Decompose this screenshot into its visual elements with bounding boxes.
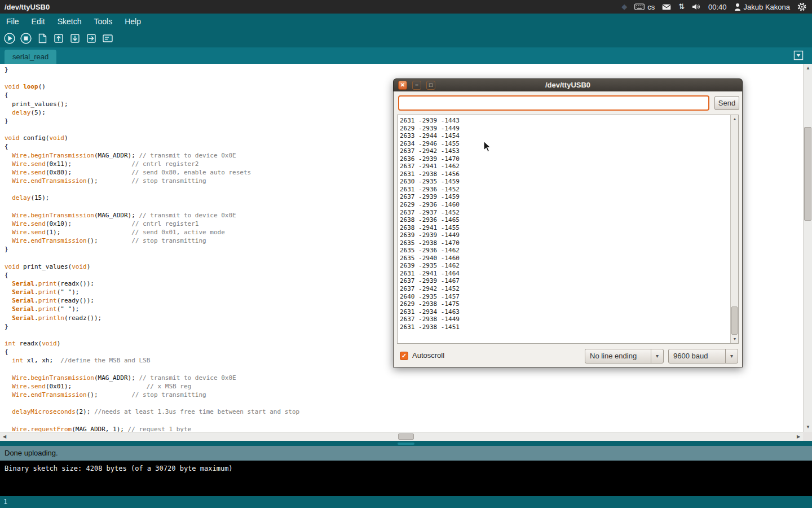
keyboard-layout-indicator[interactable]: cs bbox=[634, 0, 655, 14]
new-button[interactable] bbox=[36, 32, 49, 45]
scroll-up-arrow[interactable]: ▲ bbox=[804, 64, 812, 73]
tabbar: serial_read bbox=[0, 47, 812, 64]
status-bar: Done uploading. bbox=[0, 446, 812, 461]
close-icon: ✕ bbox=[400, 82, 405, 88]
serial-line: 2637 -2939 -1467 bbox=[400, 277, 729, 285]
new-sketch-icon bbox=[36, 32, 48, 45]
line-number: 1 bbox=[3, 498, 7, 506]
serial-line: 2630 -2935 -1459 bbox=[400, 178, 729, 186]
serial-monitor-window: /dev/ttyUSB0 ✕ – □ Send 2631 -2939 -1443… bbox=[393, 78, 743, 367]
chevron-down-icon: ▾ bbox=[725, 349, 738, 363]
serial-scroll-thumb[interactable] bbox=[731, 306, 738, 335]
menu-file[interactable]: File bbox=[0, 14, 25, 29]
top-panel: /dev/ttyUSB0 ◆ cs ⇅ 00:40 Jakub Kakona bbox=[0, 0, 812, 14]
stop-icon bbox=[20, 32, 32, 45]
serial-line: 2631 -2939 -1443 bbox=[400, 117, 729, 125]
scroll-right-arrow[interactable]: ▶ bbox=[794, 432, 803, 441]
volume-indicator[interactable] bbox=[692, 0, 701, 14]
serial-send-input[interactable] bbox=[398, 95, 709, 111]
user-menu[interactable]: Jakub Kakona bbox=[734, 0, 790, 14]
scrollbar-corner bbox=[803, 432, 812, 441]
menu-tools[interactable]: Tools bbox=[88, 14, 119, 29]
serial-line: 2637 -2941 -1462 bbox=[400, 163, 729, 170]
tab-menu-button[interactable] bbox=[793, 50, 804, 61]
minimize-button[interactable]: – bbox=[412, 81, 421, 90]
autoscroll-checkbox[interactable]: ✓ bbox=[400, 352, 408, 360]
tab-serial-read[interactable]: serial_read bbox=[5, 50, 56, 64]
serial-monitor-button[interactable] bbox=[101, 32, 114, 45]
open-icon bbox=[52, 32, 65, 45]
console-text: Binary sketch size: 4208 bytes (of a 307… bbox=[5, 465, 233, 472]
code-line: Wire.send(0x01); // x MSB reg bbox=[5, 382, 803, 391]
system-tray: ◆ cs ⇅ 00:40 Jakub Kakona bbox=[621, 0, 806, 14]
serial-line: 2631 -2936 -1452 bbox=[400, 186, 729, 194]
send-button[interactable]: Send bbox=[714, 96, 739, 110]
code-line: Wire.beginTransmission(MAG_ADDR); // tra… bbox=[5, 374, 803, 382]
line-ending-dropdown[interactable]: No line ending ▾ bbox=[585, 349, 664, 364]
serial-scroll-down-arrow[interactable]: ▼ bbox=[731, 335, 739, 343]
serial-line: 2637 -2942 -1453 bbox=[400, 147, 729, 155]
toolbar bbox=[0, 29, 812, 47]
serial-line: 2631 -2934 -1463 bbox=[400, 308, 729, 316]
divider-grip[interactable] bbox=[398, 443, 414, 445]
upload-button[interactable] bbox=[85, 32, 98, 45]
maximize-button[interactable]: □ bbox=[426, 81, 435, 90]
gear-icon bbox=[797, 2, 806, 11]
keyboard-layout-label: cs bbox=[647, 3, 655, 11]
cursor-icon bbox=[483, 141, 492, 153]
save-button[interactable] bbox=[68, 32, 82, 45]
clock[interactable]: 00:40 bbox=[708, 0, 727, 14]
code-line: Wire.requestFrom(MAG_ADDR, 1); // reques… bbox=[5, 425, 803, 432]
serial-window-titlebar[interactable]: /dev/ttyUSB0 ✕ – □ bbox=[393, 78, 743, 91]
chevron-down-icon: ▾ bbox=[651, 349, 663, 363]
stop-button[interactable] bbox=[19, 32, 33, 45]
menu-edit[interactable]: Edit bbox=[25, 14, 51, 29]
editor-vertical-scrollbar[interactable]: ▲ ▼ bbox=[803, 64, 812, 432]
horizontal-scroll-thumb[interactable] bbox=[398, 433, 414, 440]
editor-horizontal-scrollbar[interactable]: ◀ ▶ bbox=[0, 432, 803, 441]
window-controls: ✕ – □ bbox=[398, 81, 435, 90]
verify-button[interactable] bbox=[3, 32, 16, 45]
serial-line: 2637 -2939 -1459 bbox=[400, 193, 729, 201]
serial-window-body: Send 2631 -2939 -14432629 -2939 -1449263… bbox=[393, 91, 743, 367]
code-line bbox=[5, 416, 803, 424]
serial-line: 2638 -2941 -1455 bbox=[400, 224, 729, 232]
serial-output-area[interactable]: 2631 -2939 -14432629 -2939 -14492633 -29… bbox=[397, 115, 739, 344]
serial-line: 2634 -2946 -1455 bbox=[400, 140, 729, 148]
serial-line: 2637 -2942 -1452 bbox=[400, 285, 729, 293]
serial-line: 2629 -2936 -1460 bbox=[400, 201, 729, 209]
serial-line: 2636 -2939 -1470 bbox=[400, 155, 729, 163]
code-line: } bbox=[5, 65, 803, 74]
line-ending-value: No line ending bbox=[585, 349, 651, 363]
serial-line: 2639 -2939 -1449 bbox=[400, 231, 729, 239]
menu-help[interactable]: Help bbox=[118, 14, 147, 29]
menubar: File Edit Sketch Tools Help bbox=[0, 14, 812, 29]
close-button[interactable]: ✕ bbox=[398, 81, 407, 90]
mail-icon bbox=[662, 4, 671, 10]
keyboard-icon bbox=[634, 3, 645, 10]
serial-line: 2631 -2938 -1451 bbox=[400, 323, 729, 331]
menu-sketch[interactable]: Sketch bbox=[51, 14, 88, 29]
username-label: Jakub Kakona bbox=[744, 3, 790, 11]
baud-rate-value: 9600 baud bbox=[669, 349, 725, 363]
scroll-down-arrow[interactable]: ▼ bbox=[804, 423, 812, 432]
serial-line: 2629 -2938 -1475 bbox=[400, 300, 729, 308]
indicator-icon[interactable]: ◆ bbox=[621, 0, 627, 14]
mail-indicator[interactable] bbox=[662, 0, 671, 14]
open-button[interactable] bbox=[52, 32, 65, 45]
maximize-icon: □ bbox=[429, 82, 433, 88]
serial-line: 2639 -2935 -1462 bbox=[400, 262, 729, 270]
serial-output: 2631 -2939 -14432629 -2939 -14492633 -29… bbox=[400, 117, 729, 342]
baud-rate-dropdown[interactable]: 9600 baud ▾ bbox=[668, 349, 738, 364]
serial-scrollbar[interactable]: ▲ ▼ bbox=[730, 115, 738, 343]
serial-scroll-up-arrow[interactable]: ▲ bbox=[731, 115, 739, 123]
tab-menu-icon bbox=[793, 50, 804, 61]
session-menu[interactable] bbox=[797, 0, 806, 14]
network-indicator[interactable]: ⇅ bbox=[678, 0, 685, 14]
serial-line: 2633 -2944 -1454 bbox=[400, 132, 729, 140]
scroll-left-arrow[interactable]: ◀ bbox=[0, 432, 9, 441]
line-indicator-bar: 1 bbox=[0, 496, 812, 508]
vertical-scroll-thumb[interactable] bbox=[804, 127, 811, 221]
autoscroll-label: Autoscroll bbox=[412, 351, 444, 360]
console-divider[interactable] bbox=[0, 441, 812, 446]
